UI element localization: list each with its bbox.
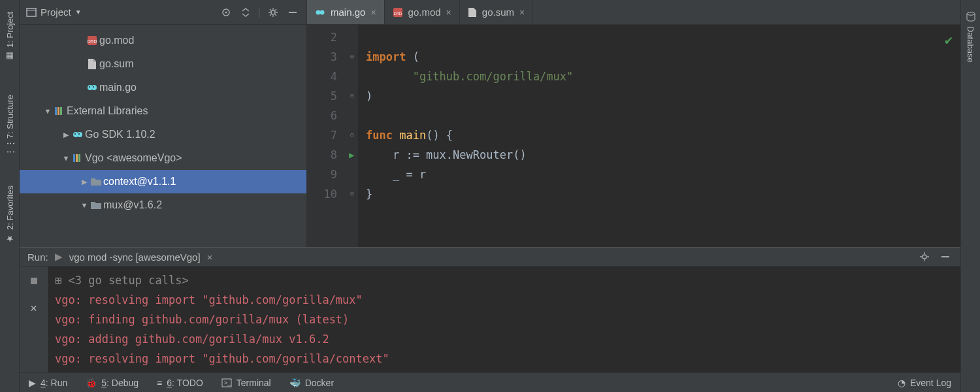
editor-tabs: main.go × DTD go.mod × go.sum × (307, 0, 960, 25)
svg-rect-20 (76, 154, 78, 162)
editor-tab[interactable]: DTD go.mod × (385, 0, 460, 24)
chevron-down-icon: ▼ (61, 154, 71, 162)
terminal-icon: >_ (221, 378, 232, 387)
library-icon (52, 105, 67, 117)
project-title[interactable]: Project ▼ (26, 7, 82, 18)
status-todo[interactable]: ≡6: TODO (157, 378, 203, 388)
svg-point-16 (77, 132, 82, 137)
close-icon[interactable]: × (207, 252, 213, 263)
svg-rect-27 (941, 256, 949, 257)
structure-icon: ⋮⋮ (5, 142, 15, 153)
run-header: Run: ▶ vgo mod -sync [awesomeVgo] × (20, 248, 960, 267)
svg-point-9 (91, 85, 97, 90)
collapse-icon[interactable] (238, 5, 253, 20)
bug-icon: 🐞 (86, 378, 97, 388)
project-header: Project ▼ | (20, 0, 306, 25)
svg-text:DTD: DTD (393, 12, 402, 16)
tree-file[interactable]: DTD go.mod (20, 29, 306, 52)
project-pane: Project ▼ | DTD go.mod go.sum (20, 0, 307, 247)
todo-icon: ≡ (157, 378, 162, 388)
play-icon[interactable]: ▶ (55, 251, 63, 263)
rerun-icon[interactable] (26, 273, 42, 289)
go-file-icon (71, 129, 85, 140)
dtd-file-icon: DTD (393, 7, 403, 18)
close-icon[interactable]: × (446, 7, 451, 18)
status-docker[interactable]: 🐳Docker (289, 378, 334, 388)
library-icon (71, 152, 85, 164)
left-tool-strip: ▦ 1: Project ⋮⋮ 7: Structure ★ 2: Favori… (0, 0, 20, 392)
tool-tab-favorites[interactable]: ★ 2: Favorites (2, 179, 18, 251)
close-icon[interactable]: × (370, 7, 376, 18)
status-run[interactable]: ▶4: Run (29, 378, 67, 388)
chevron-down-icon: ▼ (75, 8, 82, 16)
tree-vgo-child[interactable]: ▶ context@v1.1.1 (20, 170, 306, 193)
svg-point-10 (89, 86, 90, 88)
svg-text:DTD: DTD (88, 39, 97, 44)
gear-icon[interactable] (266, 5, 280, 20)
svg-point-11 (93, 86, 94, 88)
folder-icon (89, 176, 103, 187)
event-log-icon: ◔ (898, 378, 906, 388)
tree-vgo[interactable]: ▼ Vgo <awesomeVgo> (20, 146, 306, 170)
svg-rect-13 (57, 107, 59, 115)
tool-tab-database[interactable]: Database (963, 5, 979, 69)
target-icon[interactable] (219, 5, 233, 20)
status-debug[interactable]: 🐞5: Debug (86, 378, 139, 388)
check-icon: ✔ (945, 30, 953, 50)
tree-external-libraries[interactable]: ▼ External Libraries (20, 99, 306, 123)
svg-rect-19 (73, 154, 75, 162)
svg-point-22 (316, 10, 321, 14)
svg-rect-5 (289, 12, 297, 13)
project-icon: ▦ (5, 52, 15, 62)
run-gutter-icon[interactable]: ▶ (349, 145, 354, 165)
run-panel: Run: ▶ vgo mod -sync [awesomeVgo] × × ⊞ … (20, 247, 960, 372)
svg-point-23 (320, 10, 325, 14)
code-area[interactable]: import ( "github.com/gorilla/mux")func m… (358, 25, 960, 247)
svg-rect-28 (31, 278, 37, 284)
tool-tab-project[interactable]: ▦ 1: Project (2, 5, 18, 69)
status-terminal[interactable]: >_Terminal (221, 378, 271, 388)
window-icon (26, 7, 37, 18)
fold-column[interactable]: ⊖⊖⊖⊖ (346, 25, 358, 247)
hide-icon[interactable] (938, 250, 953, 264)
run-tool-column: × (20, 267, 48, 372)
tree-vgo-child[interactable]: ▼ mux@v1.6.2 (20, 193, 306, 217)
play-icon: ▶ (29, 378, 36, 388)
svg-point-4 (271, 10, 275, 14)
console-output[interactable]: ⊞ <3 go setup calls> vgo: resolving impo… (48, 267, 960, 372)
chevron-right-icon: ▶ (61, 131, 71, 139)
close-icon[interactable]: × (519, 7, 525, 18)
close-icon[interactable]: × (26, 301, 42, 316)
go-file-icon (85, 82, 99, 93)
svg-text:>_: >_ (224, 380, 231, 386)
status-event-log[interactable]: ◔Event Log (898, 378, 951, 388)
hide-icon[interactable] (286, 5, 300, 20)
project-tree[interactable]: DTD go.mod go.sum main.go ▼ External Lib… (20, 25, 306, 247)
database-icon (966, 12, 976, 22)
chevron-right-icon: ▶ (80, 178, 89, 186)
editor-tab[interactable]: main.go × (307, 0, 385, 24)
right-tool-strip: Database (960, 0, 980, 392)
gear-icon[interactable] (917, 250, 932, 264)
svg-rect-21 (78, 154, 80, 162)
svg-rect-0 (27, 8, 36, 16)
dtd-file-icon: DTD (85, 35, 99, 46)
run-command: vgo mod -sync [awesomeVgo] (69, 252, 201, 263)
docker-icon: 🐳 (289, 378, 301, 388)
code-editor[interactable]: 2345678910 ⊖⊖⊖⊖ import ( "github.com/gor… (307, 25, 960, 247)
tool-tab-structure[interactable]: ⋮⋮ 7: Structure (2, 88, 18, 159)
svg-point-3 (225, 11, 227, 13)
file-icon (468, 7, 477, 18)
svg-point-26 (923, 255, 926, 259)
chevron-down-icon: ▼ (80, 201, 89, 209)
svg-rect-14 (60, 107, 62, 115)
folder-icon (89, 200, 103, 210)
line-gutter: 2345678910 (307, 25, 346, 247)
tree-file[interactable]: go.sum (20, 52, 306, 76)
editor-tab[interactable]: go.sum × (460, 0, 533, 24)
favorites-icon: ★ (5, 234, 15, 244)
chevron-down-icon: ▼ (43, 107, 52, 115)
svg-point-18 (78, 133, 80, 135)
tree-file[interactable]: main.go (20, 76, 306, 99)
tree-go-sdk[interactable]: ▶ Go SDK 1.10.2 (20, 123, 306, 146)
